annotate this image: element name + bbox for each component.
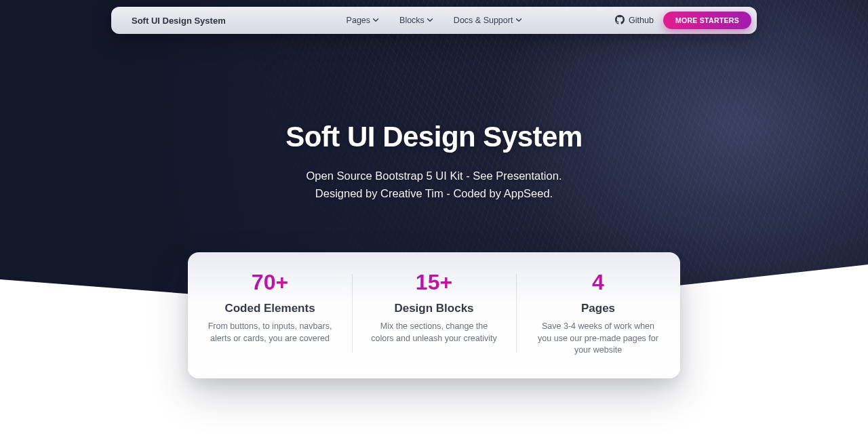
nav-item-pages[interactable]: Pages <box>347 16 379 25</box>
stat-title: Coded Elements <box>207 302 333 315</box>
more-starters-button[interactable]: MORE STARTERS <box>663 12 751 29</box>
stat-coded-elements: 70+ Coded Elements From buttons, to inpu… <box>188 270 352 357</box>
stat-value: 4 <box>535 270 661 295</box>
brand-link[interactable]: Soft UI Design System <box>132 16 226 26</box>
nav-center: Pages Blocks Docs & Support <box>347 16 522 25</box>
stat-value: 15+ <box>371 270 497 295</box>
github-link[interactable]: Github <box>615 15 654 26</box>
stat-design-blocks: 15+ Design Blocks Mix the sections, chan… <box>352 270 516 357</box>
nav-item-label: Docs & Support <box>454 16 513 25</box>
stat-title: Design Blocks <box>371 302 497 315</box>
github-label: Github <box>629 16 654 25</box>
hero-title: Soft UI Design System <box>0 121 868 153</box>
hero-content: Soft UI Design System Open Source Bootst… <box>0 121 868 203</box>
nav-item-docs-support[interactable]: Docs & Support <box>454 16 522 25</box>
nav-right: Github MORE STARTERS <box>615 12 751 29</box>
stat-title: Pages <box>535 302 661 315</box>
stat-pages: 4 Pages Save 3-4 weeks of work when you … <box>516 270 680 357</box>
nav-item-label: Pages <box>347 16 370 25</box>
nav-item-label: Blocks <box>399 16 425 25</box>
nav-item-blocks[interactable]: Blocks <box>399 16 433 25</box>
stat-value: 70+ <box>207 270 333 295</box>
chevron-down-icon <box>427 16 433 25</box>
stats-card: 70+ Coded Elements From buttons, to inpu… <box>188 252 680 378</box>
hero-subtitle: Open Source Bootstrap 5 UI Kit - See Pre… <box>0 167 868 203</box>
github-icon <box>615 15 625 26</box>
hero-subtitle-line: Designed by Creative Tim - Coded by AppS… <box>0 184 868 202</box>
stat-desc: Save 3-4 weeks of work when you use our … <box>535 321 661 357</box>
navbar: Soft UI Design System Pages Blocks Docs … <box>111 7 757 34</box>
chevron-down-icon <box>515 16 521 25</box>
hero-subtitle-line: Open Source Bootstrap 5 UI Kit - See Pre… <box>0 167 868 184</box>
chevron-down-icon <box>373 16 379 25</box>
stat-desc: Mix the sections, change the colors and … <box>371 321 497 344</box>
stat-desc: From buttons, to inputs, navbars, alerts… <box>207 321 333 344</box>
